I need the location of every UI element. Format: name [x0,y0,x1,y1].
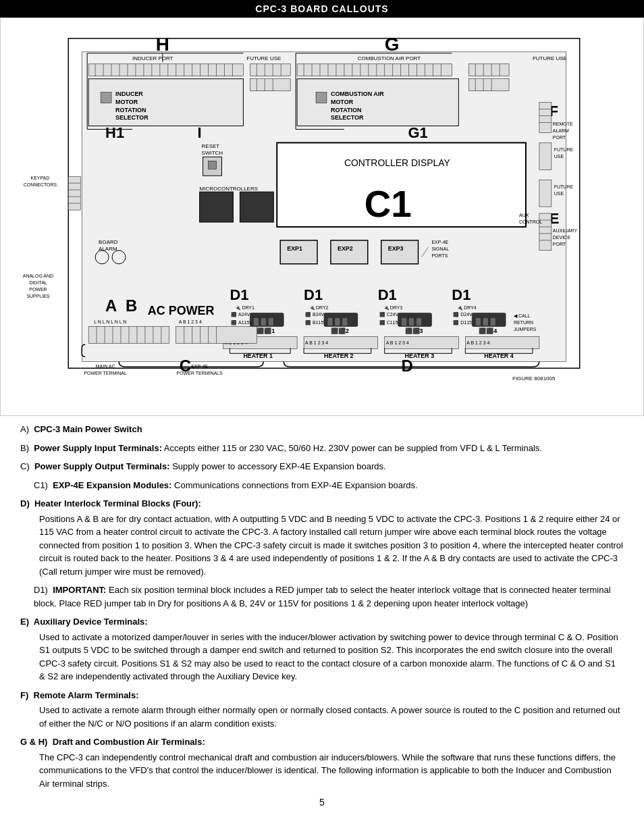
svg-text:MAIN AC: MAIN AC [96,364,115,369]
svg-text:A  B  1  2  3  4: A B 1 2 3 4 [179,319,202,324]
desc-c1-text: Communications connections from EXP-4E E… [171,480,417,490]
d1-1-label: D1 [230,286,248,303]
svg-text:PORT: PORT [553,242,566,246]
desc-gh-text: The CPC-3 can independently control mech… [39,751,624,791]
desc-c-text: Supply power to accessory EXP-4E Expansi… [170,461,386,471]
svg-text:CONNECTORS: CONNECTORS [24,182,57,187]
svg-text:SIGNAL: SIGNAL [431,246,449,251]
svg-text:⬛ B115V: ⬛ B115V [305,319,327,325]
a-label: A [105,296,117,315]
svg-text:DIGITAL: DIGITAL [29,280,47,285]
svg-rect-99 [68,176,80,210]
svg-rect-110 [331,240,368,264]
svg-text:⬛⬛4: ⬛⬛4 [479,327,497,335]
svg-text:EXP-4E: EXP-4E [191,364,208,369]
description-gh: G & H) Draft and Combustion Air Terminal… [20,735,624,790]
svg-text:A  B  1  2  3  4: A B 1 2 3 4 [386,340,409,345]
svg-text:ALARM: ALARM [99,246,117,252]
svg-text:SWITCH: SWITCH [202,150,223,156]
desc-d-header: Heater Interlock Terminal Blocks (Four): [34,498,201,509]
description-c1: C1) EXP-4E Expansion Modules: Communicat… [34,479,624,492]
svg-text:A  B  1  2  3  4: A B 1 2 3 4 [466,340,489,345]
future-use-1-label: FUTURE USE [246,55,281,61]
svg-text:POWER: POWER [29,287,47,292]
svg-text:FUTURE: FUTURE [554,147,574,152]
svg-text:POWER TERMINALS: POWER TERMINALS [177,371,223,375]
ac-power-label: AC POWER [148,304,215,317]
c1-label: C1 [365,183,412,225]
svg-text:🔌: 🔌 [309,305,315,311]
desc-f-header: Remote Alarm Terminals: [34,690,139,700]
svg-text:DRY1: DRY1 [242,305,254,310]
svg-rect-46 [468,64,509,76]
svg-rect-111 [381,240,419,264]
svg-rect-143 [335,317,340,325]
svg-rect-135 [268,317,273,325]
svg-text:CONTROL: CONTROL [519,219,542,224]
exp2-label: EXP2 [338,245,353,252]
svg-rect-95 [209,161,217,169]
svg-text:USE: USE [554,154,564,159]
desc-e-text: Used to activate a motorized damper/louv… [39,631,624,683]
label-gh: G & H) [20,737,53,747]
desc-b-text: Accepts either 115 or 230 VAC, 50/60 Hz.… [162,443,542,453]
description-d1: D1) IMPORTANT: Each six position termina… [34,583,624,610]
svg-text:PORT: PORT [553,135,566,140]
svg-text:JUMPERS: JUMPERS [514,327,537,332]
desc-c-bold: Power Supply Output Terminals: [34,461,170,471]
svg-text:⬛⬛1: ⬛⬛1 [257,327,275,335]
label-e: E) [20,617,34,627]
svg-text:DRY3: DRY3 [390,305,403,310]
description-a: A) CPC-3 Main Power Switch [20,423,624,436]
description-d: D) Heater Interlock Terminal Blocks (Fou… [20,497,624,578]
svg-text:DRY2: DRY2 [316,305,329,310]
label-d: D) [20,498,34,509]
svg-rect-144 [342,317,348,325]
svg-text:SUPPLIES: SUPPLIES [26,294,49,298]
label-a: A) [20,424,34,434]
svg-text:REMOTE: REMOTE [553,122,573,126]
g-label: G [385,34,400,55]
svg-text:⬛⬛2: ⬛⬛2 [331,327,349,335]
svg-text:⬛ D24V: ⬛ D24V [453,311,473,317]
svg-text:COMBUSTION AIR: COMBUSTION AIR [331,90,384,97]
svg-rect-152 [475,317,481,325]
svg-rect-97 [240,192,273,222]
svg-text:MOTOR: MOTOR [115,99,138,105]
svg-text:A  B  1  2  3  4: A B 1 2 3 4 [305,340,328,345]
svg-text:AUX: AUX [519,213,529,217]
i-label: I [198,124,202,141]
page-title: CPC-3 BOARD CALLOUTS [0,0,644,18]
svg-rect-81 [539,180,552,207]
svg-text:⬛ C24V: ⬛ C24V [379,311,399,317]
svg-rect-149 [417,317,422,325]
svg-text:ALARM: ALARM [553,128,569,133]
svg-rect-3 [88,64,243,76]
label-f: F) [20,690,34,700]
svg-rect-64 [101,93,111,103]
diagram-area: H G INDUCER PORT COMBUSTION AIR PORT FUT… [0,18,644,416]
desc-e-header: Auxiliary Device Terminals: [34,617,148,627]
svg-rect-59 [88,79,243,126]
desc-d1-bold: IMPORTANT: [53,585,106,595]
svg-text:⬛ B24V: ⬛ B24V [305,311,324,317]
description-f: F) Remote Alarm Terminals: Used to activ… [20,689,624,731]
desc-c1-bold: EXP-4E Expansion Modules: [53,480,171,490]
svg-text:⬛ A24V: ⬛ A24V [231,311,250,317]
svg-rect-55 [468,79,509,91]
svg-text:MOTOR: MOTOR [331,99,354,105]
svg-text:DEVICE: DEVICE [553,235,570,240]
desc-a-bold: CPC-3 Main Power Switch [34,424,142,434]
svg-text:DRY4: DRY4 [464,305,477,310]
svg-rect-70 [316,93,327,103]
desc-d-text: Positions A & B are for dry contact actu… [39,513,624,579]
svg-text:SELECTOR: SELECTOR [115,114,149,121]
svg-text:L  N  L  N  L  N  L  N: L N L N L N L N [94,319,126,324]
description-b: B) Power Supply Input Terminals: Accepts… [20,442,624,455]
svg-rect-22 [250,64,290,76]
d1-3-label: D1 [378,286,397,303]
svg-text:AUXILIARY: AUXILIARY [553,228,578,233]
svg-rect-96 [200,192,234,222]
desc-gh-header: Draft and Combustion Air Terminals: [53,737,205,747]
svg-text:INDUCER: INDUCER [115,90,143,97]
